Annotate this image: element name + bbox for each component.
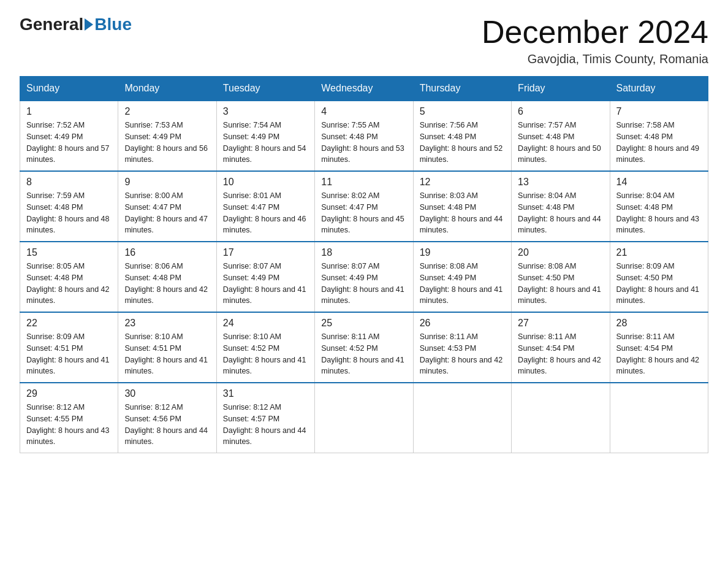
sunset-label: Sunset: 4:48 PM bbox=[518, 132, 574, 141]
calendar-day-cell: 21 Sunrise: 8:09 AM Sunset: 4:50 PM Dayl… bbox=[610, 242, 708, 312]
logo-blue-text: Blue bbox=[94, 15, 132, 34]
day-number: 28 bbox=[616, 318, 702, 329]
calendar-day-cell: 10 Sunrise: 8:01 AM Sunset: 4:47 PM Dayl… bbox=[216, 171, 314, 242]
calendar-day-cell: 4 Sunrise: 7:55 AM Sunset: 4:48 PM Dayli… bbox=[315, 101, 413, 171]
day-info: Sunrise: 7:59 AM Sunset: 4:48 PM Dayligh… bbox=[26, 190, 112, 236]
calendar-day-cell: 13 Sunrise: 8:04 AM Sunset: 4:48 PM Dayl… bbox=[512, 171, 610, 242]
day-number: 12 bbox=[420, 177, 505, 188]
day-of-week-header: Monday bbox=[118, 77, 216, 101]
sunrise-label: Sunrise: 7:54 AM bbox=[223, 121, 281, 129]
month-title: December 2024 bbox=[482, 15, 708, 50]
day-of-week-header: Saturday bbox=[610, 77, 708, 101]
calendar-week-row: 22 Sunrise: 8:09 AM Sunset: 4:51 PM Dayl… bbox=[20, 312, 708, 383]
sunset-label: Sunset: 4:48 PM bbox=[124, 274, 181, 282]
sunset-label: Sunset: 4:48 PM bbox=[420, 132, 476, 141]
day-info: Sunrise: 8:02 AM Sunset: 4:47 PM Dayligh… bbox=[321, 190, 406, 236]
daylight-label: Daylight: 8 hours and 42 minutes. bbox=[518, 356, 601, 376]
sunset-label: Sunset: 4:47 PM bbox=[321, 203, 377, 212]
day-info: Sunrise: 8:04 AM Sunset: 4:48 PM Dayligh… bbox=[616, 190, 702, 236]
day-of-week-header: Thursday bbox=[413, 77, 511, 101]
calendar-day-cell bbox=[610, 383, 708, 453]
calendar-day-cell: 28 Sunrise: 8:11 AM Sunset: 4:54 PM Dayl… bbox=[610, 312, 708, 383]
day-info: Sunrise: 7:54 AM Sunset: 4:49 PM Dayligh… bbox=[223, 120, 308, 166]
calendar-week-row: 15 Sunrise: 8:05 AM Sunset: 4:48 PM Dayl… bbox=[20, 242, 708, 312]
calendar-day-cell: 17 Sunrise: 8:07 AM Sunset: 4:49 PM Dayl… bbox=[216, 242, 314, 312]
day-info: Sunrise: 8:08 AM Sunset: 4:50 PM Dayligh… bbox=[518, 261, 603, 307]
sunrise-label: Sunrise: 8:05 AM bbox=[26, 262, 85, 270]
day-info: Sunrise: 7:58 AM Sunset: 4:48 PM Dayligh… bbox=[616, 120, 702, 166]
sunrise-label: Sunrise: 7:52 AM bbox=[26, 121, 85, 129]
sunrise-label: Sunrise: 8:08 AM bbox=[420, 262, 478, 270]
calendar-day-cell: 9 Sunrise: 8:00 AM Sunset: 4:47 PM Dayli… bbox=[118, 171, 216, 242]
logo: General Blue bbox=[20, 15, 132, 34]
daylight-label: Daylight: 8 hours and 56 minutes. bbox=[124, 144, 208, 164]
sunset-label: Sunset: 4:48 PM bbox=[616, 132, 673, 141]
day-of-week-header: Tuesday bbox=[216, 77, 314, 101]
day-number: 4 bbox=[321, 106, 406, 117]
sunset-label: Sunset: 4:54 PM bbox=[616, 344, 673, 353]
sunset-label: Sunset: 4:48 PM bbox=[616, 203, 673, 212]
daylight-label: Daylight: 8 hours and 41 minutes. bbox=[223, 285, 306, 305]
day-info: Sunrise: 8:09 AM Sunset: 4:51 PM Dayligh… bbox=[26, 331, 112, 377]
calendar-day-cell: 22 Sunrise: 8:09 AM Sunset: 4:51 PM Dayl… bbox=[20, 312, 118, 383]
sunrise-label: Sunrise: 8:11 AM bbox=[518, 332, 576, 341]
day-number: 5 bbox=[420, 106, 505, 117]
daylight-label: Daylight: 8 hours and 41 minutes. bbox=[321, 356, 404, 376]
calendar-day-cell: 1 Sunrise: 7:52 AM Sunset: 4:49 PM Dayli… bbox=[20, 101, 118, 171]
sunrise-label: Sunrise: 8:12 AM bbox=[223, 403, 281, 412]
sunrise-label: Sunrise: 7:58 AM bbox=[616, 121, 675, 129]
calendar-day-cell: 26 Sunrise: 8:11 AM Sunset: 4:53 PM Dayl… bbox=[413, 312, 511, 383]
calendar-day-cell: 30 Sunrise: 8:12 AM Sunset: 4:56 PM Dayl… bbox=[118, 383, 216, 453]
day-number: 21 bbox=[616, 247, 702, 258]
calendar-week-row: 8 Sunrise: 7:59 AM Sunset: 4:48 PM Dayli… bbox=[20, 171, 708, 242]
daylight-label: Daylight: 8 hours and 41 minutes. bbox=[616, 285, 700, 305]
day-number: 7 bbox=[616, 106, 702, 117]
daylight-label: Daylight: 8 hours and 42 minutes. bbox=[616, 356, 700, 376]
day-of-week-header: Friday bbox=[512, 77, 610, 101]
day-number: 3 bbox=[223, 106, 308, 117]
sunrise-label: Sunrise: 8:04 AM bbox=[518, 191, 576, 200]
sunrise-label: Sunrise: 8:09 AM bbox=[616, 262, 675, 270]
day-info: Sunrise: 8:03 AM Sunset: 4:48 PM Dayligh… bbox=[420, 190, 505, 236]
sunset-label: Sunset: 4:49 PM bbox=[124, 132, 181, 141]
day-info: Sunrise: 7:56 AM Sunset: 4:48 PM Dayligh… bbox=[420, 120, 505, 166]
sunrise-label: Sunrise: 7:53 AM bbox=[124, 121, 183, 129]
daylight-label: Daylight: 8 hours and 53 minutes. bbox=[321, 144, 404, 164]
day-number: 2 bbox=[124, 106, 210, 117]
calendar-day-cell: 14 Sunrise: 8:04 AM Sunset: 4:48 PM Dayl… bbox=[610, 171, 708, 242]
sunrise-label: Sunrise: 8:04 AM bbox=[616, 191, 675, 200]
daylight-label: Daylight: 8 hours and 49 minutes. bbox=[616, 144, 700, 164]
daylight-label: Daylight: 8 hours and 45 minutes. bbox=[321, 215, 404, 235]
day-number: 19 bbox=[420, 247, 505, 258]
day-number: 8 bbox=[26, 177, 112, 188]
sunrise-label: Sunrise: 8:10 AM bbox=[223, 332, 281, 341]
sunset-label: Sunset: 4:55 PM bbox=[26, 415, 83, 423]
calendar-day-cell: 19 Sunrise: 8:08 AM Sunset: 4:49 PM Dayl… bbox=[413, 242, 511, 312]
day-number: 30 bbox=[124, 388, 210, 399]
day-info: Sunrise: 8:01 AM Sunset: 4:47 PM Dayligh… bbox=[223, 190, 308, 236]
sunrise-label: Sunrise: 8:09 AM bbox=[26, 332, 85, 341]
day-number: 25 bbox=[321, 318, 406, 329]
calendar-day-cell: 25 Sunrise: 8:11 AM Sunset: 4:52 PM Dayl… bbox=[315, 312, 413, 383]
day-info: Sunrise: 8:08 AM Sunset: 4:49 PM Dayligh… bbox=[420, 261, 505, 307]
calendar-day-cell: 20 Sunrise: 8:08 AM Sunset: 4:50 PM Dayl… bbox=[512, 242, 610, 312]
calendar-day-cell: 31 Sunrise: 8:12 AM Sunset: 4:57 PM Dayl… bbox=[216, 383, 314, 453]
sunrise-label: Sunrise: 8:08 AM bbox=[518, 262, 576, 270]
sunrise-label: Sunrise: 7:55 AM bbox=[321, 121, 379, 129]
day-info: Sunrise: 8:12 AM Sunset: 4:55 PM Dayligh… bbox=[26, 402, 112, 448]
calendar-day-cell: 24 Sunrise: 8:10 AM Sunset: 4:52 PM Dayl… bbox=[216, 312, 314, 383]
day-info: Sunrise: 8:10 AM Sunset: 4:51 PM Dayligh… bbox=[124, 331, 210, 377]
day-info: Sunrise: 8:11 AM Sunset: 4:52 PM Dayligh… bbox=[321, 331, 406, 377]
daylight-label: Daylight: 8 hours and 41 minutes. bbox=[223, 356, 306, 376]
sunset-label: Sunset: 4:51 PM bbox=[26, 344, 83, 353]
sunset-label: Sunset: 4:48 PM bbox=[420, 203, 476, 212]
calendar-day-cell: 8 Sunrise: 7:59 AM Sunset: 4:48 PM Dayli… bbox=[20, 171, 118, 242]
calendar-day-cell: 7 Sunrise: 7:58 AM Sunset: 4:48 PM Dayli… bbox=[610, 101, 708, 171]
day-info: Sunrise: 8:09 AM Sunset: 4:50 PM Dayligh… bbox=[616, 261, 702, 307]
sunset-label: Sunset: 4:54 PM bbox=[518, 344, 574, 353]
daylight-label: Daylight: 8 hours and 42 minutes. bbox=[124, 285, 208, 305]
day-number: 22 bbox=[26, 318, 112, 329]
sunrise-label: Sunrise: 7:56 AM bbox=[420, 121, 478, 129]
sunset-label: Sunset: 4:50 PM bbox=[616, 274, 673, 282]
sunset-label: Sunset: 4:49 PM bbox=[26, 132, 83, 141]
